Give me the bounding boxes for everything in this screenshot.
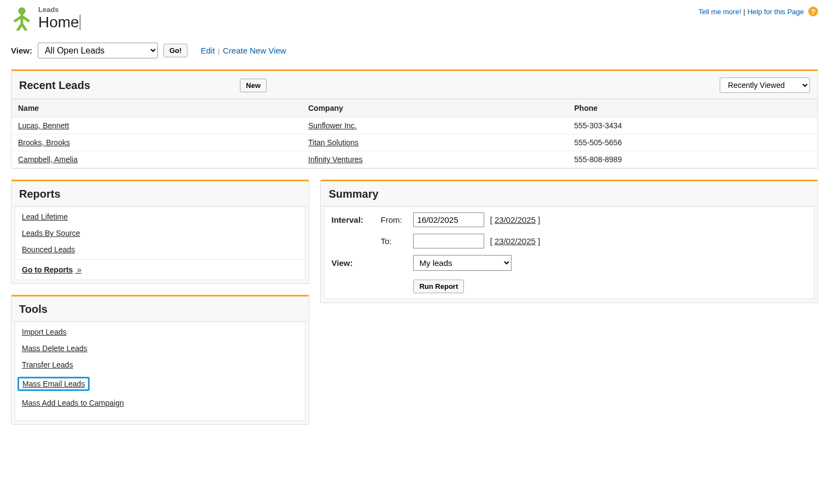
page-subtitle: Leads (38, 5, 79, 14)
create-new-view-link[interactable]: Create New View (223, 46, 286, 55)
lead-phone: 555-303-3434 (568, 117, 818, 134)
from-label: From: (380, 215, 413, 224)
column-header-phone: Phone (568, 99, 818, 117)
lead-name-link[interactable]: Lucas, Bennett (18, 121, 69, 130)
help-for-page-link[interactable]: Help for this Page (748, 8, 804, 16)
report-link[interactable]: Lead Lifetime (22, 212, 298, 221)
column-header-company: Company (302, 99, 568, 117)
help-icon[interactable]: ? (808, 7, 818, 16)
go-to-reports-link[interactable]: Go to Reports » (22, 265, 81, 274)
report-link[interactable]: Leads By Source (22, 229, 298, 238)
lead-company-link[interactable]: Sunflower Inc. (308, 121, 357, 130)
to-label: To: (380, 236, 413, 246)
tool-link[interactable]: Import Leads (22, 328, 67, 336)
from-date-link[interactable]: 23/02/2025 (495, 215, 536, 224)
recent-leads-title: Recent Leads (19, 79, 90, 92)
summary-view-select[interactable]: My leads (413, 255, 511, 271)
recent-leads-table: Name Company Phone Lucas, BennettSunflow… (11, 99, 818, 168)
tool-link[interactable]: Mass Delete Leads (22, 344, 87, 353)
lead-phone: 555-808-8989 (568, 151, 818, 168)
lead-name-link[interactable]: Campbell, Amelia (18, 155, 78, 164)
table-row: Lucas, BennettSunflower Inc.555-303-3434 (11, 117, 818, 134)
table-row: Campbell, AmeliaInfinity Ventures555-808… (11, 151, 818, 168)
lead-company-link[interactable]: Infinity Ventures (308, 155, 363, 164)
header-help-links: Tell me more! | Help for this Page ? (698, 5, 818, 16)
column-header-name: Name (11, 99, 302, 117)
recently-viewed-select[interactable]: Recently Viewed (720, 78, 810, 93)
tools-links: Import LeadsMass Delete LeadsTransfer Le… (15, 322, 305, 421)
recent-leads-header: Recent Leads New Recently Viewed (11, 71, 818, 99)
highlighted-tool-link: Mass Email Leads (17, 377, 90, 391)
reports-panel: Reports Lead LifetimeLeads By SourceBoun… (11, 180, 309, 284)
tools-title: Tools (19, 303, 48, 316)
tell-me-more-link[interactable]: Tell me more! (698, 8, 741, 16)
to-date-link[interactable]: 23/02/2025 (495, 236, 536, 246)
summary-panel: Summary Interval: From: [ 23/02/2025 ] T… (320, 180, 818, 303)
view-bar: View: All Open Leads Go! Edit | Create N… (11, 43, 818, 58)
leads-person-icon (11, 5, 33, 32)
summary-title: Summary (328, 188, 378, 200)
view-select[interactable]: All Open Leads (38, 43, 158, 58)
text-cursor (80, 15, 80, 30)
tools-panel: Tools Import LeadsMass Delete LeadsTrans… (11, 295, 309, 425)
recent-leads-panel: Recent Leads New Recently Viewed Name Co… (11, 69, 818, 169)
header-title-block: Leads Home (38, 5, 79, 31)
lead-company-link[interactable]: Titan Solutions (308, 138, 358, 147)
new-lead-button[interactable]: New (240, 79, 267, 92)
reports-links: Lead LifetimeLeads By SourceBounced Lead… (15, 206, 305, 260)
to-date-input[interactable] (413, 234, 484, 248)
page-header: Leads Home Tell me more! | Help for this… (11, 5, 818, 32)
two-column-layout: Reports Lead LifetimeLeads By SourceBoun… (11, 180, 818, 436)
edit-view-link[interactable]: Edit (201, 46, 215, 55)
view-label: View: (11, 46, 32, 55)
run-report-button[interactable]: Run Report (413, 280, 464, 293)
tool-link[interactable]: Transfer Leads (22, 360, 73, 369)
table-row: Brooks, BrooksTitan Solutions555-505-565… (11, 134, 818, 151)
interval-label: Interval: (331, 215, 380, 224)
go-button[interactable]: Go! (163, 44, 187, 57)
lead-phone: 555-505-5656 (568, 134, 818, 151)
reports-title: Reports (19, 188, 61, 200)
header-left: Leads Home (11, 5, 79, 32)
from-date-input[interactable] (413, 212, 484, 227)
lead-name-link[interactable]: Brooks, Brooks (18, 138, 70, 147)
tool-link[interactable]: Mass Email Leads (22, 380, 85, 388)
tool-link[interactable]: Mass Add Leads to Campaign (22, 399, 124, 407)
summary-view-label: View: (331, 258, 380, 268)
report-link[interactable]: Bounced Leads (22, 245, 298, 254)
page-title: Home (38, 14, 79, 31)
